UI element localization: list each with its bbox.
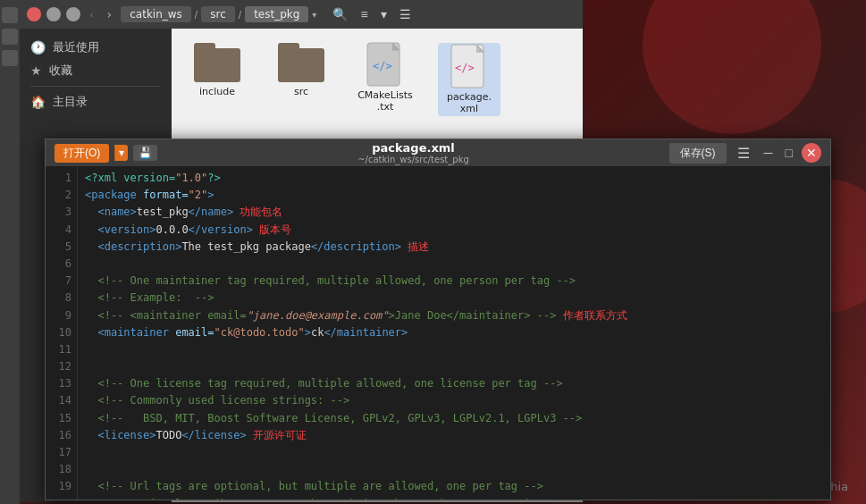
code-line-14: <!-- Commonly used license strings: --> bbox=[85, 392, 823, 409]
nav-forward-btn[interactable]: › bbox=[104, 5, 116, 23]
cmake-file-icon: </> bbox=[364, 43, 407, 86]
xml-file-icon: </> bbox=[448, 45, 491, 88]
code-line-7: <!-- One maintainer tag required, multip… bbox=[85, 273, 823, 290]
file-item-include[interactable]: include bbox=[186, 43, 248, 116]
code-area[interactable]: <?xml version="1.0"?> <package format="2… bbox=[78, 166, 830, 500]
editor-titlebar: 打开(O) ▾ 💾 package.xml ~/catkin_ws/src/te… bbox=[46, 139, 830, 166]
editor-filepath: ~/catkin_ws/src/test_pkg bbox=[357, 155, 469, 164]
view-list-btn[interactable]: ≡ bbox=[357, 5, 371, 23]
window-close-btn[interactable] bbox=[27, 7, 41, 21]
bg-circle-1 bbox=[643, 0, 821, 134]
left-icon-strip bbox=[0, 0, 20, 504]
code-line-15: <!-- BSD, MIT, Boost Software License, G… bbox=[85, 410, 823, 427]
svg-text:</>: </> bbox=[373, 60, 392, 72]
code-line-1: <?xml version="1.0"?> bbox=[85, 170, 823, 187]
code-line-20: <!-- Optional attribute type can be: web… bbox=[85, 496, 823, 500]
sidebar-recent-label: 最近使用 bbox=[53, 39, 99, 55]
folder-icon-src bbox=[278, 43, 324, 82]
left-icon-apps[interactable] bbox=[2, 50, 18, 66]
nav-back-btn[interactable]: ‹ bbox=[86, 5, 98, 23]
code-line-9: <!-- <maintainer email="jane.doe@example… bbox=[85, 307, 823, 324]
file-label-src: src bbox=[294, 86, 308, 97]
file-item-package-xml[interactable]: </> package. xml bbox=[438, 43, 500, 116]
code-line-8: <!-- Example: --> bbox=[85, 290, 823, 307]
svg-text:</>: </> bbox=[455, 62, 475, 74]
view-dropdown-btn[interactable]: ▾ bbox=[377, 5, 391, 23]
left-icon-home[interactable] bbox=[2, 7, 18, 23]
code-line-12 bbox=[85, 358, 823, 375]
editor-open-btn[interactable]: 打开(O) bbox=[55, 144, 109, 163]
file-item-cmakelists[interactable]: </> CMakeLists .txt bbox=[354, 43, 416, 116]
file-label-cmakelists: CMakeLists .txt bbox=[354, 89, 416, 113]
code-line-13: <!-- One license tag required, multiple … bbox=[85, 375, 823, 392]
editor-close-btn[interactable]: ✕ bbox=[802, 143, 821, 163]
sidebar-bookmarks[interactable]: ★ 收藏 bbox=[20, 59, 172, 82]
folder-icon-include bbox=[194, 43, 240, 82]
breadcrumb-catkin-ws[interactable]: catkin_ws bbox=[121, 6, 191, 22]
sidebar-home[interactable]: 🏠 主目录 bbox=[20, 90, 172, 113]
breadcrumb-test-pkg[interactable]: test_pkg bbox=[245, 6, 308, 22]
window-max-btn[interactable] bbox=[66, 7, 80, 21]
editor-titlebar-left: 打开(O) ▾ 💾 bbox=[55, 144, 157, 163]
text-editor: 打开(O) ▾ 💾 package.xml ~/catkin_ws/src/te… bbox=[45, 139, 831, 500]
editor-content: 12345 678910 1112131415 1617181920 21 <?… bbox=[46, 166, 830, 500]
code-line-3: <name>test_pkg</name> 功能包名 bbox=[85, 204, 823, 221]
line-numbers: 12345 678910 1112131415 1617181920 21 bbox=[46, 166, 78, 500]
home-icon: 🏠 bbox=[30, 95, 46, 109]
code-line-18 bbox=[85, 461, 823, 478]
breadcrumb-dropdown-btn[interactable]: ▾ bbox=[312, 10, 316, 20]
editor-save-icon-btn[interactable]: 💾 bbox=[133, 145, 157, 161]
code-line-17 bbox=[85, 444, 823, 461]
code-line-2: <package format="2"> bbox=[85, 187, 823, 204]
editor-open-dropdown-btn[interactable]: ▾ bbox=[114, 145, 128, 161]
bookmarks-icon: ★ bbox=[30, 63, 42, 78]
toolbar-icons: 🔍 ≡ ▾ ☰ bbox=[329, 5, 414, 23]
editor-title-center: package.xml ~/catkin_ws/src/test_pkg bbox=[357, 141, 469, 164]
file-item-src[interactable]: src bbox=[270, 43, 332, 116]
code-line-4: <version>0.0.0</version> 版本号 bbox=[85, 222, 823, 239]
file-label-package-xml: package. xml bbox=[440, 91, 499, 114]
window-min-btn[interactable] bbox=[46, 7, 61, 21]
sidebar-home-label: 主目录 bbox=[53, 94, 88, 110]
code-line-19: <!-- Url tags are optional, but multiple… bbox=[85, 478, 823, 495]
sidebar-recent[interactable]: 🕐 最近使用 bbox=[20, 36, 172, 59]
code-line-5: <description>The test_pkg package</descr… bbox=[85, 239, 823, 256]
editor-save-btn[interactable]: 保存(S) bbox=[669, 143, 727, 164]
file-label-include: include bbox=[199, 86, 235, 97]
editor-titlebar-right: 保存(S) ☰ ─ □ ✕ bbox=[669, 143, 821, 164]
search-btn[interactable]: 🔍 bbox=[329, 5, 351, 23]
recent-icon: 🕐 bbox=[30, 40, 46, 55]
editor-minimize-btn[interactable]: ─ bbox=[761, 144, 777, 162]
editor-menu-btn[interactable]: ☰ bbox=[732, 143, 755, 164]
code-line-6 bbox=[85, 256, 823, 273]
breadcrumb-bar: catkin_ws / src / test_pkg ▾ bbox=[121, 6, 316, 22]
editor-maximize-btn[interactable]: □ bbox=[782, 144, 796, 162]
sidebar-bookmarks-label: 收藏 bbox=[49, 63, 72, 79]
code-line-11 bbox=[85, 341, 823, 358]
left-icon-files[interactable] bbox=[2, 29, 18, 45]
code-line-16: <license>TODO</license> 开源许可证 bbox=[85, 427, 823, 444]
view-grid-btn[interactable]: ☰ bbox=[396, 5, 415, 23]
file-manager-titlebar: ‹ › catkin_ws / src / test_pkg ▾ 🔍 ≡ ▾ ☰ bbox=[20, 0, 583, 29]
breadcrumb-src[interactable]: src bbox=[201, 6, 235, 22]
editor-filename: package.xml bbox=[372, 141, 455, 155]
code-line-10: <maintainer email="ck@todo.todo">ck</mai… bbox=[85, 324, 823, 341]
sidebar-divider bbox=[30, 86, 161, 87]
